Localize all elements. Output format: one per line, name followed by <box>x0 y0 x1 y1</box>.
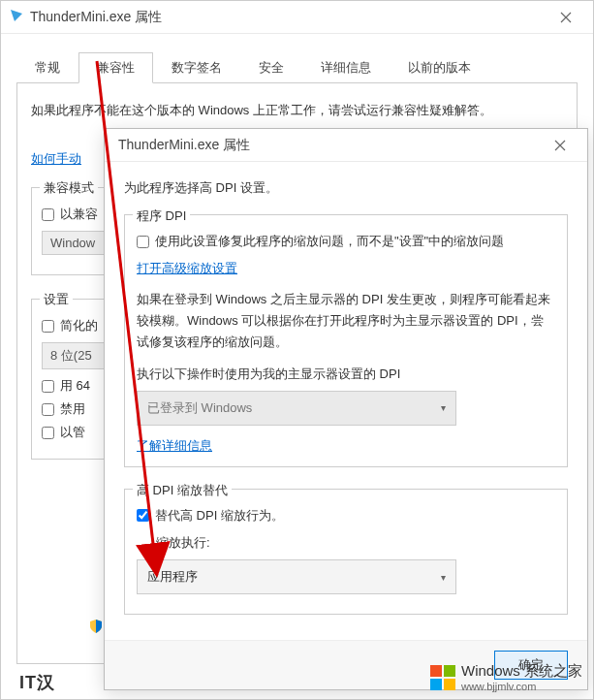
tab-compatibility[interactable]: 兼容性 <box>78 52 153 83</box>
compat-mode-label: 以兼容 <box>60 206 98 223</box>
program-dpi-title: 程序 DPI <box>133 206 190 227</box>
shield-icon <box>88 619 104 637</box>
watermark: Windows 系统之家 www.bjjmlv.com <box>430 662 582 692</box>
reduced-color-checkbox[interactable] <box>42 320 54 333</box>
disable-fullscreen-checkbox[interactable] <box>42 403 54 416</box>
sub-body: 为此程序选择高 DPI 设置。 程序 DPI 使用此设置修复此程序的缩放问题，而… <box>105 162 587 630</box>
compat-mode-checkbox[interactable] <box>42 208 54 221</box>
corner-text: IT汉 <box>19 671 55 694</box>
tab-security[interactable]: 安全 <box>240 52 302 83</box>
close-icon <box>554 140 566 151</box>
dpi-override-title: 高 DPI 缩放替代 <box>133 480 232 501</box>
tab-general[interactable]: 常规 <box>16 52 78 83</box>
override-dropdown-value: 应用程序 <box>147 566 198 588</box>
open-advanced-scaling-link[interactable]: 打开高级缩放设置 <box>137 258 555 279</box>
dpi-settings-dialog: ThunderMini.exe 属性 为此程序选择高 DPI 设置。 程序 DP… <box>104 128 588 690</box>
when-label: 执行以下操作时使用为我的主显示器设置的 DPI <box>137 364 555 385</box>
sub-title: ThunderMini.exe 属性 <box>112 137 541 154</box>
watermark-url: www.bjjmlv.com <box>461 681 582 692</box>
run-as-admin-label: 以管 <box>60 424 85 441</box>
override-dpi-label: 替代高 DPI 缩放行为。 <box>155 505 284 526</box>
override-dpi-checkbox[interactable] <box>137 509 149 522</box>
watermark-sub: 系统之家 <box>524 662 582 679</box>
dpi-heading: 为此程序选择高 DPI 设置。 <box>124 177 568 199</box>
use-setting-checkbox[interactable] <box>137 236 149 248</box>
close-icon <box>560 12 572 23</box>
tab-previous-versions[interactable]: 以前的版本 <box>390 52 489 83</box>
learn-more-link[interactable]: 了解详细信息 <box>137 435 555 457</box>
app-icon <box>9 8 24 26</box>
main-close-button[interactable] <box>547 3 585 32</box>
when-dropdown[interactable]: 已登录到 Windows ▾ <box>137 391 456 426</box>
override-sublabel: 缩放执行: <box>156 532 555 554</box>
dpi-override-groupbox: 高 DPI 缩放替代 替代高 DPI 缩放行为。 缩放执行: 应用程序 ▾ <box>124 489 568 615</box>
tab-details[interactable]: 详细信息 <box>302 52 390 83</box>
run-as-admin-checkbox[interactable] <box>42 427 54 439</box>
settings-title: 设置 <box>40 291 73 308</box>
reduced-color-label: 简化的 <box>60 317 98 334</box>
sub-close-button[interactable] <box>541 131 579 160</box>
res640-checkbox[interactable] <box>42 380 54 393</box>
chevron-down-icon: ▾ <box>441 569 446 586</box>
use-setting-label: 使用此设置修复此程序的缩放问题，而不是"设置"中的缩放问题 <box>155 231 504 252</box>
disable-fullscreen-label: 禁用 <box>60 400 85 418</box>
intro-text: 如果此程序不能在这个版本的 Windows 上正常工作，请尝试运行兼容性疑难解答… <box>31 99 563 121</box>
main-titlebar: ThunderMini.exe 属性 <box>1 1 593 34</box>
compat-mode-title: 兼容模式 <box>40 179 98 197</box>
res640-label: 用 64 <box>60 377 90 395</box>
program-dpi-groupbox: 程序 DPI 使用此设置修复此程序的缩放问题，而不是"设置"中的缩放问题 打开高… <box>124 214 568 467</box>
windows-logo-icon <box>430 665 455 690</box>
when-dropdown-value: 已登录到 Windows <box>147 398 252 419</box>
tab-digital-signatures[interactable]: 数字签名 <box>153 52 240 83</box>
dpi-change-desc: 如果在登录到 Windows 之后主显示器的 DPI 发生更改，则程序可能看起来… <box>137 289 555 353</box>
tab-strip: 常规 兼容性 数字签名 安全 详细信息 以前的版本 <box>16 51 578 82</box>
chevron-down-icon: ▾ <box>441 399 446 416</box>
override-performed-by-dropdown[interactable]: 应用程序 ▾ <box>137 559 456 594</box>
watermark-brand: Windows <box>461 662 520 679</box>
main-title: ThunderMini.exe 属性 <box>30 9 547 26</box>
sub-titlebar: ThunderMini.exe 属性 <box>105 129 587 162</box>
